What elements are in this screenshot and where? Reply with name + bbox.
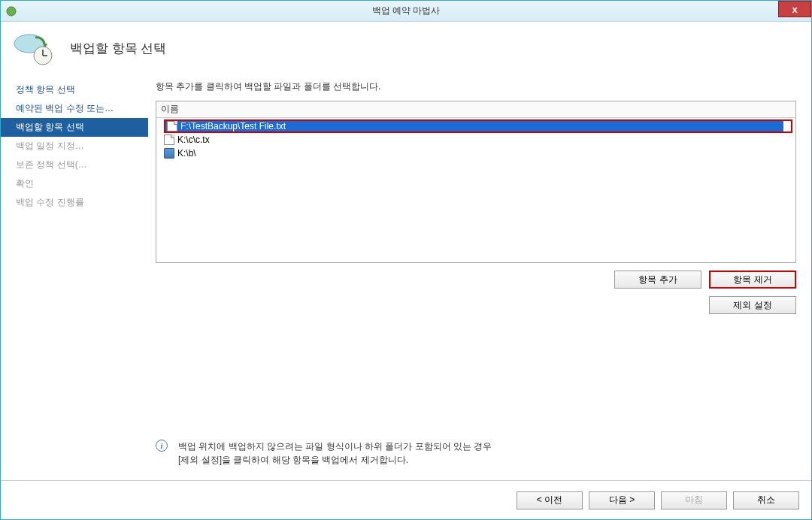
exclusion-settings-button[interactable]: 제외 설정: [709, 296, 796, 314]
wizard-window: 백업 예약 마법사 x 백업할 항목 선택 정책 항목 선택 예약된 백업 수정…: [0, 0, 812, 520]
info-icon: i: [156, 440, 168, 452]
step-confirm: 확인: [1, 174, 148, 193]
cancel-button[interactable]: 취소: [733, 491, 799, 509]
info-area: i 백업 위치에 백업하지 않으려는 파일 형식이나 하위 폴더가 포함되어 있…: [156, 426, 796, 480]
list-item[interactable]: K:\b\: [156, 147, 795, 160]
header-icon: [13, 30, 55, 66]
titlebar: 백업 예약 마법사 x: [1, 1, 811, 22]
finish-button: 마침: [661, 491, 727, 509]
page-title: 백업할 항목 선택: [70, 40, 166, 57]
list-item[interactable]: F:\TestBackup\Test File.txt: [164, 119, 792, 133]
wizard-header: 백업할 항목 선택: [1, 22, 811, 74]
add-item-button[interactable]: 항목 추가: [614, 271, 701, 289]
item-path: F:\TestBackup\Test File.txt: [180, 121, 286, 132]
items-listbox[interactable]: 이름 F:\TestBackup\Test File.txt K:\c\c.tx: [156, 101, 796, 263]
info-line: [제외 설정]을 클릭하여 해당 항목을 백업에서 제거합니다.: [178, 453, 492, 467]
step-progress: 백업 수정 진행률: [1, 193, 148, 212]
step-select-items[interactable]: 백업할 항목 선택: [1, 118, 148, 137]
step-modify-scheduled[interactable]: 예약된 백업 수정 또는…: [1, 99, 148, 118]
close-button[interactable]: x: [778, 1, 811, 17]
step-policy-select[interactable]: 정책 항목 선택: [1, 80, 148, 99]
wizard-footer: < 이전 다음 > 마침 취소: [1, 480, 811, 519]
exclude-button-row: 제외 설정: [156, 296, 796, 314]
step-retention: 보존 정책 선택(…: [1, 156, 148, 174]
file-icon: [164, 135, 174, 145]
instruction-text: 항목 추가를 클릭하여 백업할 파일과 폴더를 선택합니다.: [156, 80, 796, 93]
window-title: 백업 예약 마법사: [372, 5, 441, 17]
wizard-body: 정책 항목 선택 예약된 백업 수정 또는… 백업할 항목 선택 백업 일정 지…: [1, 74, 811, 480]
drive-icon: [164, 148, 174, 159]
previous-button[interactable]: < 이전: [517, 491, 583, 509]
info-line: 백업 위치에 백업하지 않으려는 파일 형식이나 하위 폴더가 포함되어 있는 …: [178, 440, 492, 453]
main-panel: 항목 추가를 클릭하여 백업할 파일과 폴더를 선택합니다. 이름 F:\Tes…: [148, 74, 811, 480]
app-icon: [5, 5, 17, 17]
column-header-name[interactable]: 이름: [156, 101, 795, 118]
step-schedule: 백업 일정 지정…: [1, 137, 148, 156]
item-path: K:\c\c.tx: [177, 135, 210, 145]
item-buttons-row: 항목 추가 항목 제거: [156, 271, 796, 289]
svg-point-0: [7, 7, 16, 16]
list-rows: F:\TestBackup\Test File.txt K:\c\c.tx K:…: [156, 118, 795, 162]
list-item[interactable]: K:\c\c.tx: [156, 133, 795, 147]
next-button[interactable]: 다음 >: [589, 491, 655, 509]
wizard-steps-sidebar: 정책 항목 선택 예약된 백업 수정 또는… 백업할 항목 선택 백업 일정 지…: [1, 74, 148, 480]
info-text: 백업 위치에 백업하지 않으려는 파일 형식이나 하위 폴더가 포함되어 있는 …: [178, 440, 492, 467]
item-path: K:\b\: [177, 148, 196, 159]
remove-item-button[interactable]: 항목 제거: [709, 271, 796, 289]
file-icon: [167, 121, 177, 132]
